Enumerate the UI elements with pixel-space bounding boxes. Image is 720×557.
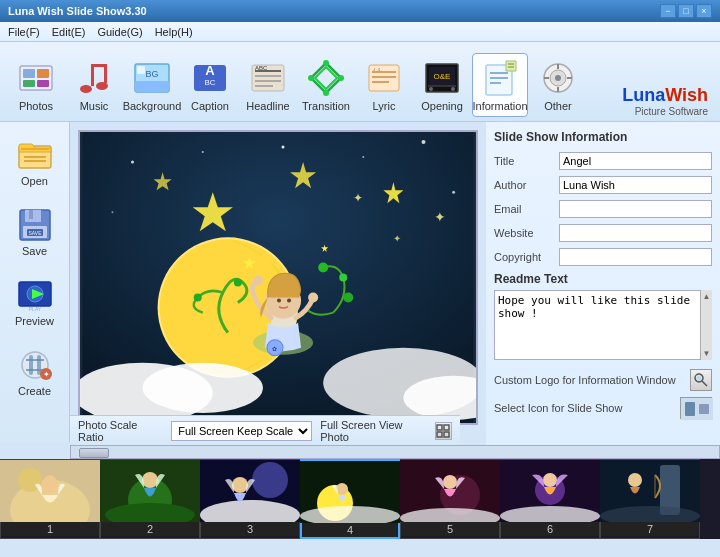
svg-text:ABC: ABC — [255, 65, 268, 71]
menu-edit[interactable]: Edit(E) — [52, 26, 86, 38]
custom-logo-label: Custom Logo for Information Window — [494, 374, 676, 386]
svg-point-6 — [96, 82, 108, 90]
icon-row: Select Icon for Slide Show — [494, 397, 712, 419]
film-item-3[interactable]: 3 — [200, 459, 300, 539]
minimize-button[interactable]: − — [660, 4, 676, 18]
toolbar-caption[interactable]: A BC Caption — [182, 53, 238, 117]
other-icon — [538, 58, 578, 98]
scrollbar-thumb[interactable] — [79, 448, 109, 458]
lyric-icon: ♪ ♫ — [364, 58, 404, 98]
svg-rect-69 — [29, 355, 33, 375]
textarea-scroll-down[interactable]: ▼ — [703, 349, 711, 358]
scale-select[interactable]: Full Screen Keep Scale Full Screen Stret… — [171, 421, 312, 441]
title-input[interactable] — [559, 152, 712, 170]
film-num-2: 2 — [101, 522, 199, 536]
opening-label: Opening — [421, 100, 463, 112]
toolbar-music[interactable]: Music — [66, 53, 122, 117]
opening-icon: O&E — [422, 58, 462, 98]
logo-subtitle: Picture Software — [635, 106, 708, 117]
email-input[interactable] — [559, 200, 712, 218]
scrollbar[interactable] — [70, 445, 720, 459]
copyright-input[interactable] — [559, 248, 712, 266]
svg-text:♪ ♫: ♪ ♫ — [373, 66, 381, 72]
svg-point-133 — [232, 477, 248, 493]
svg-point-105 — [343, 293, 353, 303]
svg-rect-121 — [444, 432, 449, 437]
filmstrip: 1 2 — [0, 459, 720, 539]
close-button[interactable]: × — [696, 4, 712, 18]
headline-label: Headline — [246, 100, 289, 112]
logo-browse-button[interactable] — [690, 369, 712, 391]
toolbar-lyric[interactable]: ♪ ♫ Lyric — [356, 53, 412, 117]
film-num-3: 3 — [201, 522, 299, 536]
information-icon — [480, 58, 520, 98]
film-num-4: 4 — [302, 523, 398, 537]
film-item-5[interactable]: 5 — [400, 459, 500, 539]
title-field-label: Title — [494, 155, 559, 167]
toolbar-background[interactable]: BG Background — [124, 53, 180, 117]
svg-point-103 — [318, 262, 328, 272]
open-button[interactable]: Open — [5, 130, 65, 192]
maximize-button[interactable]: □ — [678, 4, 694, 18]
scale-ratio-label: Photo Scale Ratio — [78, 419, 163, 443]
toolbar-transition[interactable]: Transition — [298, 53, 354, 117]
toolbar-photos[interactable]: Photos — [8, 53, 64, 117]
expand-icon — [435, 422, 452, 440]
svg-point-89 — [234, 279, 242, 287]
film-item-7[interactable]: 7 — [600, 459, 700, 539]
create-button[interactable]: ✦ Create — [5, 340, 65, 402]
svg-rect-116 — [685, 402, 695, 416]
full-screen-label: Full Screen View Photo — [320, 419, 430, 443]
svg-rect-7 — [91, 64, 94, 86]
film-num-1: 1 — [1, 522, 99, 536]
svg-point-76 — [131, 161, 134, 164]
website-field-label: Website — [494, 227, 559, 239]
readme-textarea[interactable]: Hope you will like this slide show ! — [494, 290, 712, 360]
icon-preview[interactable] — [680, 397, 712, 419]
photos-icon — [16, 58, 56, 98]
left-sidebar: Open SAVE Save PLAY Preview — [0, 122, 70, 442]
menu-help[interactable]: Help(H) — [155, 26, 193, 38]
full-screen-view-button[interactable]: Full Screen View Photo — [320, 419, 452, 443]
toolbar-information[interactable]: Information — [472, 53, 528, 117]
svg-point-26 — [338, 75, 344, 81]
transition-icon — [306, 58, 346, 98]
film-thumb-5 — [400, 460, 500, 522]
logo-area: Luna Wish Picture Software — [622, 85, 712, 117]
author-row: Author — [494, 176, 712, 194]
svg-point-90 — [194, 294, 202, 302]
film-item-2[interactable]: 2 — [100, 459, 200, 539]
svg-point-114 — [697, 376, 701, 380]
svg-text:BC: BC — [204, 78, 215, 87]
svg-rect-2 — [37, 69, 49, 78]
open-label: Open — [21, 175, 48, 187]
menu-bar: File(F) Edit(E) Guide(G) Help(H) — [0, 22, 720, 42]
caption-icon: A BC — [190, 58, 230, 98]
svg-text:PLAY: PLAY — [28, 306, 41, 312]
save-button[interactable]: SAVE Save — [5, 200, 65, 262]
other-label: Other — [544, 100, 572, 112]
film-item-6[interactable]: 6 — [500, 459, 600, 539]
menu-file[interactable]: File(F) — [8, 26, 40, 38]
film-item-1[interactable]: 1 — [0, 459, 100, 539]
window-title: Luna Wish Slide Show3.30 — [8, 5, 147, 17]
music-label: Music — [80, 100, 109, 112]
svg-text:SAVE: SAVE — [28, 230, 42, 236]
preview-button[interactable]: PLAY Preview — [5, 270, 65, 332]
copyright-field-label: Copyright — [494, 251, 559, 263]
textarea-scroll-up[interactable]: ▲ — [703, 292, 711, 301]
svg-rect-57 — [24, 160, 46, 162]
film-num-5: 5 — [401, 522, 499, 536]
toolbar: Photos Music BG Background — [0, 42, 720, 122]
background-label: Background — [123, 100, 182, 112]
create-label: Create — [18, 385, 51, 397]
website-row: Website — [494, 224, 712, 242]
toolbar-other[interactable]: Other — [530, 53, 586, 117]
toolbar-opening[interactable]: O&E Opening — [414, 53, 470, 117]
svg-point-80 — [421, 140, 425, 144]
author-input[interactable] — [559, 176, 712, 194]
website-input[interactable] — [559, 224, 712, 242]
toolbar-headline[interactable]: ABC Headline — [240, 53, 296, 117]
film-item-4[interactable]: 4 — [300, 459, 400, 539]
menu-guide[interactable]: Guide(G) — [97, 26, 142, 38]
